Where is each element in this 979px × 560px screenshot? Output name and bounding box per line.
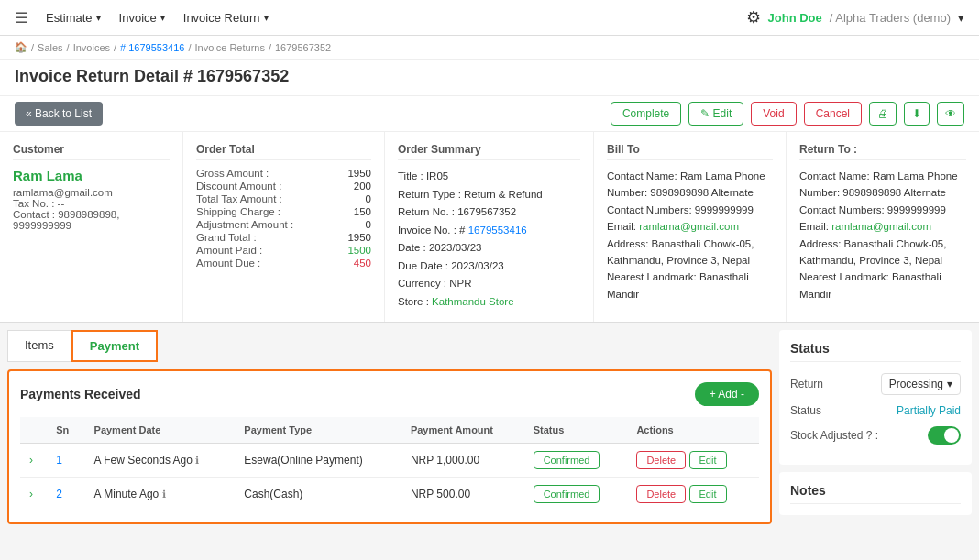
nav-estimate-label: Estimate — [46, 11, 93, 25]
amount-paid-row: Amount Paid :1500 — [196, 245, 371, 256]
order-summary-text: Title : IR05 Return Type : Return & Refu… — [398, 168, 580, 311]
summary-due-date: Due Date : 2023/03/23 — [398, 258, 580, 276]
nav-estimate[interactable]: Estimate ▾ — [46, 11, 101, 25]
info-icon-1: ℹ — [195, 455, 199, 466]
order-summary-card: Order Summary Title : IR05 Return Type :… — [385, 132, 594, 322]
row2-actions: Delete Edit — [627, 478, 759, 511]
status-card: Status Return Processing ▾ Status Partia… — [779, 330, 972, 465]
col-sn: Sn — [47, 417, 84, 444]
bill-to-card: Bill To Contact Name: Ram Lama Phone Num… — [594, 132, 786, 322]
top-nav: ☰ Estimate ▾ Invoice ▾ Invoice Return ▾ … — [0, 0, 979, 36]
row2-status: Confirmed — [524, 478, 628, 511]
row2-date: A Minute Ago ℹ — [85, 478, 236, 511]
invoice-no-link[interactable]: 1679553416 — [468, 225, 527, 236]
complete-button[interactable]: Complete — [610, 102, 681, 126]
info-icon-2: ℹ — [162, 489, 166, 500]
summary-currency: Currency : NPR — [398, 275, 580, 293]
customer-contact: Contact : 9898989898, 9999999999 — [13, 209, 170, 231]
return-status-value: Processing — [889, 378, 943, 390]
expand-row-2[interactable]: › — [29, 488, 33, 500]
bill-to-text: Contact Name: Ram Lama Phone Number: 989… — [607, 168, 773, 302]
page-header: Invoice Return Detail # 1679567352 — [0, 60, 979, 96]
row1-status: Confirmed — [524, 444, 628, 478]
hamburger-icon[interactable]: ☰ — [15, 9, 28, 27]
page-title: Invoice Return Detail # 1679567352 — [15, 67, 964, 86]
breadcrumb-invoice-no[interactable]: # 1679553416 — [120, 42, 184, 53]
user-name: John Doe — [768, 11, 822, 25]
row2-sn: 2 — [47, 478, 84, 511]
github-icon: ⚙ — [746, 7, 761, 27]
user-caret[interactable]: ▾ — [958, 11, 964, 25]
row1-type: Esewa(Online Payment) — [235, 444, 402, 478]
breadcrumb-sales[interactable]: Sales — [38, 42, 63, 53]
delete-payment-2[interactable]: Delete — [636, 485, 686, 503]
customer-heading: Customer — [13, 143, 170, 160]
summary-invoice-no: Invoice No. : # 1679553416 — [398, 222, 580, 240]
tax-amount-row: Total Tax Amount :0 — [196, 193, 371, 204]
status-value: Partially Paid — [896, 404, 961, 417]
action-bar: « Back to List Complete ✎ Edit Void Canc… — [0, 96, 979, 132]
return-to-heading: Return To : — [799, 143, 966, 160]
main-content: Items Payment Payments Received + Add - … — [0, 323, 979, 532]
status-label: Status — [790, 404, 821, 417]
edit-payment-1[interactable]: Edit — [689, 451, 727, 469]
nav-invoice[interactable]: Invoice ▾ — [119, 11, 165, 25]
payment-table: Sn Payment Date Payment Type Payment Amo… — [20, 417, 759, 511]
tab-payment[interactable]: Payment — [72, 330, 158, 362]
order-summary-heading: Order Summary — [398, 143, 580, 160]
return-status-caret: ▾ — [947, 378, 952, 390]
store-link[interactable]: Kathmandu Store — [432, 296, 514, 307]
nav-estimate-caret: ▾ — [96, 13, 101, 23]
stock-label: Stock Adjusted ? : — [790, 429, 878, 442]
bill-to-heading: Bill To — [607, 143, 773, 160]
cancel-button[interactable]: Cancel — [804, 102, 862, 126]
void-button[interactable]: Void — [751, 102, 796, 126]
col-payment-type: Payment Type — [235, 417, 402, 444]
tab-items[interactable]: Items — [7, 330, 72, 362]
breadcrumb-invoice-returns[interactable]: Invoice Returns — [195, 42, 265, 53]
status-badge-2: Confirmed — [534, 485, 600, 503]
payment-header: Payments Received + Add - — [20, 382, 759, 406]
customer-card: Customer Ram Lama ramlama@gmail.com Tax … — [0, 132, 183, 322]
grand-total-row: Grand Total :1950 — [196, 232, 371, 243]
print-button[interactable]: 🖨 — [869, 102, 896, 126]
return-label: Return — [790, 378, 823, 390]
download-button[interactable]: ⬇ — [904, 102, 930, 126]
col-actions: Actions — [627, 417, 759, 444]
row1-actions: Delete Edit — [627, 444, 759, 478]
nav-invoice-caret: ▾ — [160, 13, 165, 23]
customer-email: ramlama@gmail.com — [13, 187, 170, 198]
return-status-row: Return Processing ▾ — [790, 373, 961, 395]
summary-title: Title : IR05 — [398, 168, 580, 186]
row2-amount: NRP 500.00 — [402, 478, 524, 511]
nav-invoice-label: Invoice — [119, 11, 157, 25]
customer-tax: Tax No. : -- — [13, 198, 170, 209]
home-icon[interactable]: 🏠 — [15, 41, 28, 53]
payment-section: Payments Received + Add - Sn Payment Dat… — [7, 369, 772, 524]
col-payment-amount: Payment Amount — [402, 417, 524, 444]
table-header-row: Sn Payment Date Payment Type Payment Amo… — [20, 417, 759, 444]
user-company: / Alpha Traders (demo) — [830, 11, 951, 25]
row2-type: Cash(Cash) — [235, 478, 402, 511]
expand-row-1[interactable]: › — [29, 454, 33, 467]
view-button[interactable]: 👁 — [937, 102, 964, 126]
shipping-row: Shipping Charge :150 — [196, 206, 371, 217]
col-status: Status — [524, 417, 628, 444]
breadcrumb-invoices[interactable]: Invoices — [73, 42, 110, 53]
status-heading: Status — [790, 341, 961, 362]
back-button[interactable]: « Back to List — [15, 102, 103, 126]
stock-toggle[interactable] — [928, 426, 961, 445]
delete-payment-1[interactable]: Delete — [636, 451, 686, 469]
add-payment-button[interactable]: + Add - — [695, 382, 759, 406]
tabs: Items Payment — [7, 330, 772, 362]
amount-due-row: Amount Due :450 — [196, 258, 371, 269]
nav-invoice-return[interactable]: Invoice Return ▾ — [183, 11, 269, 25]
return-status-select[interactable]: Processing ▾ — [881, 373, 961, 395]
table-row: › 2 A Minute Ago ℹ Cash(Cash) NRP 500.00… — [20, 478, 759, 511]
edit-button[interactable]: ✎ Edit — [688, 102, 743, 126]
status-badge-1: Confirmed — [534, 451, 600, 469]
return-to-text: Contact Name: Ram Lama Phone Number: 989… — [799, 168, 966, 302]
order-total-card: Order Total Gross Amount :1950 Discount … — [183, 132, 385, 322]
edit-payment-2[interactable]: Edit — [689, 485, 727, 503]
user-section: ⚙ John Doe / Alpha Traders (demo) ▾ — [746, 7, 964, 27]
